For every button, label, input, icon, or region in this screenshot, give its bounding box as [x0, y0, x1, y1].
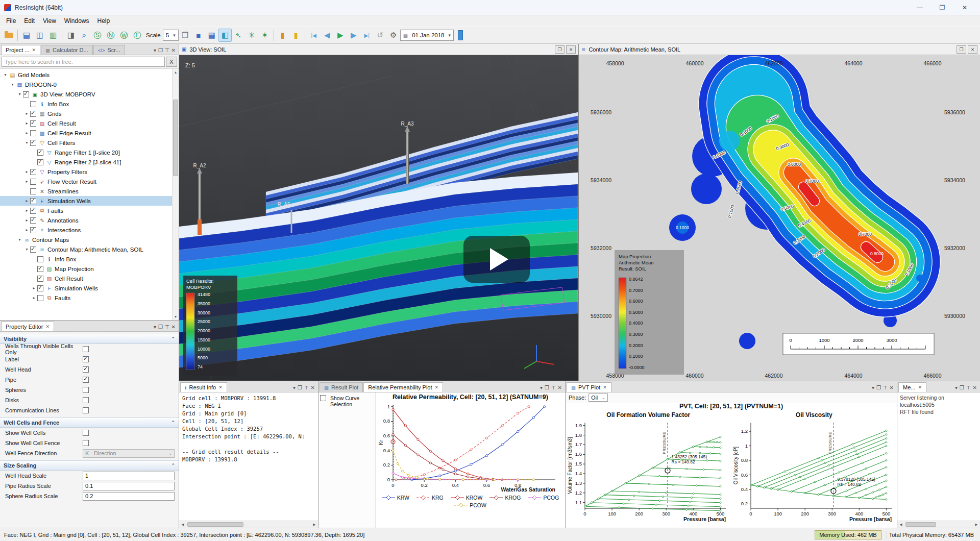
tree-item-info-box[interactable]: ℹInfo Box	[0, 99, 172, 109]
view-east-button[interactable]: Ⓔ	[131, 29, 144, 42]
close-icon[interactable]: ✕	[918, 385, 922, 390]
tab-scr[interactable]: </>Scr...	[93, 45, 125, 55]
i-slice-filter-button[interactable]: ▮	[276, 29, 289, 42]
open-project-button[interactable]	[2, 29, 15, 42]
tree-item-cell-filters[interactable]: ▾▽Cell Filters	[0, 138, 172, 147]
section-size-scaling[interactable]: Size Scaling⌃	[0, 460, 179, 471]
pin-panel-icon[interactable]: ⊤	[551, 385, 556, 390]
tree-checkbox[interactable]	[30, 120, 36, 127]
float-panel-icon[interactable]: ❐	[545, 385, 549, 390]
tree-item-faults[interactable]: ▸⧉Faults	[0, 293, 172, 303]
tab-result-info[interactable]: ℹ Result Info ✕	[180, 382, 227, 392]
restore-view-button[interactable]: ❐	[555, 45, 565, 54]
legend-item-krow[interactable]: KROW	[451, 495, 483, 501]
tree-checkbox[interactable]	[30, 169, 36, 175]
pin-panel-icon[interactable]: ⊤	[966, 385, 971, 390]
tree-checkbox[interactable]	[23, 91, 29, 97]
show-well-cell-fence-checkbox[interactable]	[83, 440, 89, 446]
new-plot-window-button[interactable]: ▤	[20, 29, 33, 42]
animation-step-back-button[interactable]: ◀	[321, 29, 334, 42]
tree-item-simulation-wells[interactable]: ▸⊦Simulation Wells	[0, 283, 172, 293]
tree-item-faults[interactable]: ▸⧉Faults	[0, 206, 172, 215]
restore-view-button[interactable]: ❐	[957, 45, 966, 54]
legend-item-pcog[interactable]: PCOG	[528, 495, 559, 501]
menu-view[interactable]: View	[39, 16, 60, 26]
tree-item-contour-maps[interactable]: ▾≋Contour Maps	[0, 235, 172, 244]
perspective-view-button[interactable]: ❒	[179, 29, 192, 42]
tree-checkbox[interactable]	[37, 150, 43, 156]
panel-menu-icon[interactable]: ▾	[154, 324, 156, 330]
tree-item-map-projection[interactable]: ▧Map Projection	[0, 264, 172, 274]
contour-canvas[interactable]: 0.10000.10000.10000.30000.60000.70000.20…	[579, 55, 980, 381]
minimize-button[interactable]: —	[909, 1, 931, 15]
legend-item-krg[interactable]: KRG	[416, 495, 444, 501]
tree-search-input[interactable]	[2, 57, 165, 67]
zoom-all-button[interactable]: ⌕	[78, 29, 91, 42]
tree-item-intersections[interactable]: ▸⌖Intersections	[0, 225, 172, 235]
scroll-right-icon[interactable]: ▶	[973, 523, 980, 527]
spheres-checkbox[interactable]	[83, 387, 89, 393]
float-panel-icon[interactable]: ❐	[158, 47, 163, 53]
tab-relative-permeability-plot[interactable]: Relative Permeability Plot ✕	[363, 382, 443, 392]
pin-panel-icon[interactable]: ⊤	[883, 385, 888, 390]
scroll-down-icon[interactable]: ▼	[173, 313, 179, 320]
pin-panel-icon[interactable]: ⊤	[165, 324, 169, 330]
tree-checkbox[interactable]	[37, 276, 43, 282]
menu-file[interactable]: File	[2, 16, 20, 26]
pin-panel-icon[interactable]: ⊤	[304, 385, 309, 390]
tree-item-cell-result[interactable]: ▨Cell Result	[0, 274, 172, 283]
tree-checkbox[interactable]	[30, 140, 36, 146]
hide-grid-cells-button[interactable]: ✶	[258, 29, 272, 42]
tree-checkbox[interactable]	[37, 285, 43, 291]
legend-item-pcow[interactable]: PCOW	[454, 502, 486, 508]
close-panel-icon[interactable]: ✕	[890, 385, 894, 390]
pipe-checkbox[interactable]	[83, 377, 89, 383]
disks-checkbox[interactable]	[83, 397, 89, 403]
section-well-cells-and-fence[interactable]: Well Cells and Fence⌃	[0, 417, 179, 428]
float-panel-icon[interactable]: ❐	[960, 385, 964, 390]
maximize-button[interactable]: ❐	[931, 1, 953, 15]
tree-checkbox[interactable]	[30, 179, 36, 185]
panel-menu-icon[interactable]: ▾	[955, 385, 958, 390]
tree-item-cell-edge-result[interactable]: ▸▩Cell Edge Result	[0, 128, 172, 138]
link-views-button[interactable]: ◨	[64, 29, 78, 42]
search-clear-button[interactable]: X	[166, 57, 177, 67]
tab-messages[interactable]: Me... ✕	[898, 382, 926, 392]
scroll-thumb[interactable]	[173, 100, 178, 176]
menu-edit[interactable]: Edit	[20, 16, 39, 26]
scroll-up-icon[interactable]: ▲	[173, 69, 179, 76]
wells-through-visible-cells-only-checkbox[interactable]	[83, 346, 89, 352]
close-button[interactable]: ✕	[953, 1, 976, 15]
animation-play-button[interactable]: ▶	[334, 29, 347, 42]
legend-item-krog[interactable]: KROG	[489, 495, 521, 501]
animation-first-button[interactable]: |◀	[307, 29, 321, 42]
close-panel-icon[interactable]: ✕	[973, 385, 977, 390]
tree-checkbox[interactable]	[30, 227, 36, 233]
section-visibility[interactable]: Visibility⌃	[0, 334, 179, 344]
close-panel-icon[interactable]: ✕	[311, 385, 315, 390]
surface-drawstyle-button[interactable]: ■	[192, 29, 205, 42]
show-curve-selection-checkbox[interactable]	[320, 395, 326, 401]
close-panel-icon[interactable]: ✕	[172, 324, 176, 330]
close-panel-icon[interactable]: ✕	[172, 47, 176, 53]
close-icon[interactable]: ✕	[32, 47, 36, 53]
label-checkbox[interactable]	[83, 356, 89, 362]
tree-item-annotations[interactable]: ▸✎Annotations	[0, 215, 172, 225]
scale-select[interactable]: 5▾	[163, 30, 179, 41]
tree-item-property-filters[interactable]: ▸▽Property Filters	[0, 167, 172, 177]
animation-last-button[interactable]: ▶|	[360, 29, 374, 42]
relperm-plot-host[interactable]: 00.20.40.60.800.20.40.60.81Water/Gas Sat…	[378, 401, 564, 494]
well-disks-button[interactable]: ✳	[245, 29, 258, 42]
tree-scrollbar[interactable]: ▲ ▼	[172, 69, 179, 320]
view-north-button[interactable]: Ⓝ	[104, 29, 117, 42]
sphere-radius-scale-input[interactable]: 0.2	[83, 492, 175, 501]
close-view-button[interactable]: ✕	[566, 45, 576, 54]
tree-checkbox[interactable]	[37, 295, 43, 301]
mesh-drawstyle-button[interactable]: ▦	[205, 29, 218, 42]
viewport-3d[interactable]: R_A3R_A2R_A5Z: 5Cell Results:MOBPORV4148…	[179, 55, 578, 381]
video-play-overlay[interactable]	[463, 236, 530, 283]
tree-item-streamlines[interactable]: ✕Streamlines	[0, 186, 172, 196]
float-panel-icon[interactable]: ❐	[158, 324, 163, 330]
tree-item-range-filter-1-i-slice-20[interactable]: ▽Range Filter 1 [I-slice 20]	[0, 147, 172, 157]
scroll-thumb[interactable]	[187, 522, 243, 527]
